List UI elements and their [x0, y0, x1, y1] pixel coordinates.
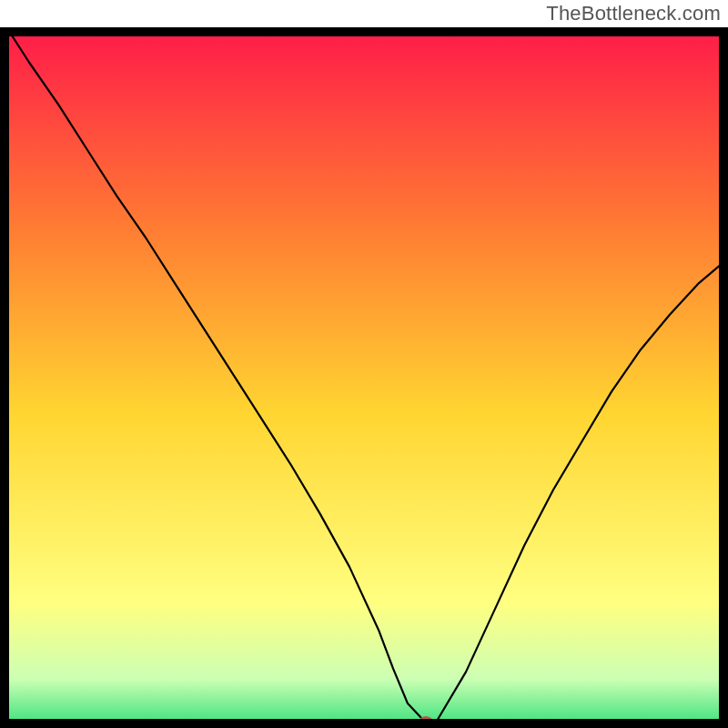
watermark-text: TheBottleneck.com — [546, 2, 721, 25]
chart-background-gradient — [0, 27, 728, 728]
chart-plot — [0, 27, 728, 728]
canvas: TheBottleneck.com — [0, 0, 728, 728]
